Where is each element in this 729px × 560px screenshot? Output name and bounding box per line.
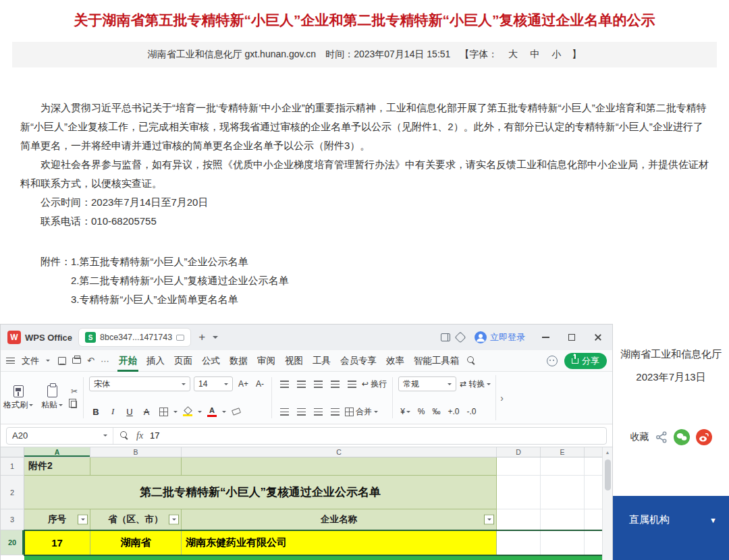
caret-down-icon[interactable] (198, 411, 202, 413)
table-header-seq[interactable]: 序号 (24, 509, 90, 530)
font-family-select[interactable]: 宋体 (89, 376, 190, 391)
favorite-button[interactable]: 收藏 (630, 431, 649, 443)
cell-d3[interactable] (497, 509, 541, 530)
font-size-large-button[interactable]: 大 (508, 49, 518, 61)
align-justify-button[interactable] (328, 404, 342, 419)
cell-name-box[interactable]: A20 (12, 428, 113, 444)
italic-button[interactable]: I (106, 404, 119, 419)
cell-b20[interactable]: 湖南省 (90, 530, 182, 555)
formula-input[interactable]: 17 (150, 430, 159, 441)
filter-button[interactable] (169, 515, 179, 525)
cell-e3[interactable] (541, 509, 585, 530)
row-header-20[interactable]: 20 (1, 530, 24, 555)
bold-button[interactable]: B (89, 404, 103, 419)
increase-indent-button[interactable] (345, 376, 358, 391)
clear-format-button[interactable] (230, 404, 243, 419)
share-button[interactable]: 分享 (564, 353, 607, 369)
scrollbar-thumb[interactable] (605, 459, 611, 491)
filter-button[interactable] (78, 515, 88, 525)
ribbon-tab-view[interactable]: 视图 (284, 350, 304, 372)
caret-down-icon[interactable] (173, 411, 178, 413)
ribbon-tab-home[interactable]: 开始 (117, 350, 138, 372)
format-painter-button[interactable]: 格式刷 (3, 385, 33, 411)
cell-a20[interactable]: 17 (24, 530, 90, 555)
layout-toggle-icon[interactable] (441, 333, 450, 341)
ribbon-tab-ai-toolbox[interactable]: 智能工具箱 (412, 350, 461, 372)
cut-button[interactable]: ✂ (71, 387, 78, 395)
fx-insert-function[interactable]: fx (136, 430, 143, 441)
merge-cells-button[interactable]: 合并 (345, 406, 378, 418)
undo-icon[interactable]: ↶ (87, 356, 94, 365)
row-header-3[interactable]: 3 (1, 509, 24, 530)
cell-b1[interactable] (90, 457, 182, 476)
directory-section[interactable]: 直属机构 ▼ (613, 496, 729, 560)
vertical-scrollbar[interactable]: ▲ (602, 447, 612, 560)
window-close-button[interactable] (588, 325, 608, 350)
tab-list-caret-icon[interactable] (213, 336, 218, 339)
cell-e2[interactable] (541, 476, 585, 509)
table-header-province[interactable]: 省（区、市） (90, 509, 182, 530)
document-tab[interactable]: S 8bce347...1471743 (78, 328, 191, 347)
ribbon-tab-review[interactable]: 审阅 (256, 350, 277, 372)
more-commands-icon[interactable]: ··· (101, 356, 109, 365)
table-title-cell[interactable]: 第二批专精特新“小巨人”复核通过企业公示名单 (24, 476, 497, 509)
window-minimize-button[interactable] (535, 325, 556, 350)
file-caret-icon[interactable] (46, 360, 50, 362)
column-header-e[interactable]: E (541, 447, 585, 457)
paste-button[interactable]: 粘贴 (37, 385, 67, 411)
align-bottom-button[interactable] (311, 376, 325, 391)
font-color-button[interactable]: A (205, 404, 219, 419)
font-size-medium-button[interactable]: 中 (530, 49, 539, 61)
decrease-indent-button[interactable] (328, 376, 342, 391)
percent-format-button[interactable]: % (416, 408, 427, 416)
save-icon[interactable] (58, 357, 66, 365)
cell-c1[interactable] (182, 457, 497, 476)
cell-e20[interactable] (541, 530, 585, 555)
underline-button[interactable]: U (123, 404, 136, 419)
column-header-a[interactable]: A (24, 447, 90, 457)
align-left-button[interactable] (277, 404, 291, 419)
copy-button[interactable] (71, 401, 78, 408)
ribbon-tab-member[interactable]: 会员专享 (339, 350, 378, 372)
print-icon[interactable] (72, 358, 81, 364)
wrap-text-button[interactable]: ↩ 换行 (362, 379, 387, 390)
row-header-1[interactable]: 1 (1, 457, 24, 476)
assistant-icon[interactable] (547, 356, 558, 366)
ribbon-tab-efficiency[interactable]: 效率 (385, 350, 406, 372)
ribbon-tab-data[interactable]: 数据 (228, 350, 249, 372)
row-header-2[interactable]: 2 (1, 476, 24, 509)
font-size-select[interactable]: 14 (194, 376, 233, 391)
hamburger-icon[interactable] (6, 358, 15, 364)
cell-e1[interactable] (541, 457, 585, 476)
ribbon-tab-page[interactable]: 页面 (173, 350, 194, 372)
font-size-small-button[interactable]: 小 (551, 49, 561, 61)
align-center-button[interactable] (294, 404, 308, 419)
number-format-select[interactable]: 常规 (398, 376, 456, 391)
borders-button[interactable] (157, 404, 170, 419)
decrease-decimal-button[interactable]: -.0 (465, 408, 479, 416)
weibo-icon[interactable] (696, 429, 712, 445)
wechat-icon[interactable] (674, 429, 690, 445)
theme-icon[interactable] (455, 332, 466, 343)
ribbon-tab-formulas[interactable]: 公式 (200, 350, 221, 372)
increase-font-button[interactable]: A+ (236, 380, 250, 388)
filter-button[interactable] (484, 515, 494, 525)
search-icon[interactable] (467, 356, 477, 366)
ribbon-tab-tools[interactable]: 工具 (311, 350, 332, 372)
column-header-b[interactable]: B (90, 447, 182, 457)
decrease-font-button[interactable]: A- (254, 380, 266, 388)
cell-d2[interactable] (497, 476, 541, 509)
convert-button[interactable]: ⇄ 转换 (460, 379, 491, 390)
ribbon-expand-button[interactable]: › (495, 375, 508, 420)
cell-d1[interactable] (497, 457, 541, 476)
strikethrough-button[interactable]: A (140, 404, 153, 419)
caret-down-icon[interactable] (222, 411, 226, 413)
column-header-c[interactable]: C (182, 447, 497, 457)
align-top-button[interactable] (277, 376, 291, 391)
scroll-up-icon[interactable]: ▲ (603, 447, 612, 457)
zoom-icon[interactable] (120, 431, 130, 441)
align-right-button[interactable] (311, 404, 325, 419)
share-nodes-icon[interactable] (655, 431, 668, 443)
currency-format-button[interactable]: ¥ (398, 408, 412, 416)
window-maximize-button[interactable] (562, 325, 582, 350)
